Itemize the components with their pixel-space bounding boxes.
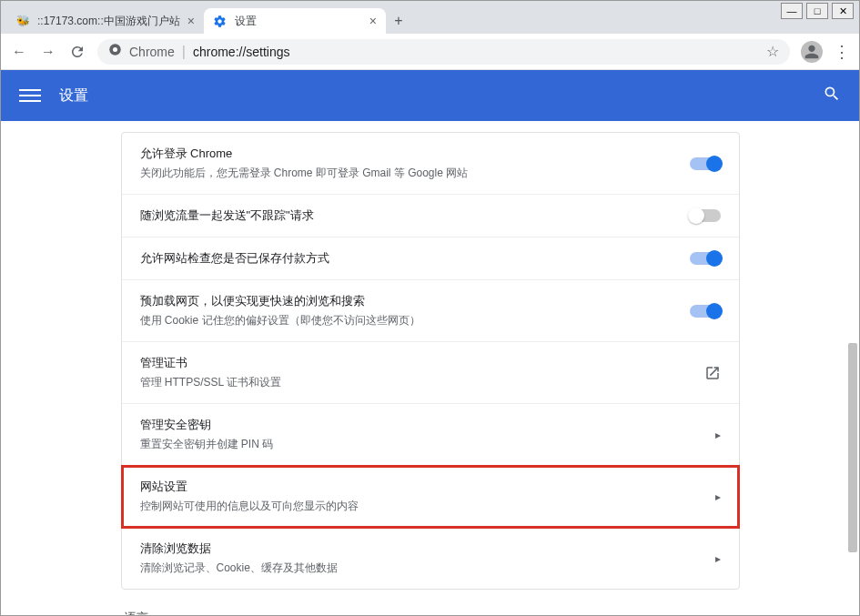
row-title: 管理证书 [140, 355, 704, 371]
row-subtitle: 关闭此功能后，您无需登录 Chrome 即可登录 Gmail 等 Google … [140, 166, 690, 181]
chrome-icon [108, 43, 122, 60]
back-button[interactable]: ← [10, 43, 28, 61]
new-tab-button[interactable]: + [386, 8, 411, 34]
row-subtitle: 管理 HTTPS/SSL 证书和设置 [140, 375, 704, 390]
tab-title: 设置 [235, 14, 362, 29]
url-protocol: Chrome [129, 45, 175, 59]
favicon-17173-icon: 🐝 [15, 14, 30, 28]
toggle-preload[interactable] [690, 305, 721, 318]
browser-tab[interactable]: 🐝 ::17173.com::中国游戏门户站 × [6, 8, 204, 34]
setting-security-keys[interactable]: 管理安全密钥 重置安全密钥并创建 PIN 码 ▸ [122, 404, 739, 466]
address-bar[interactable]: Chrome | chrome://settings ☆ [97, 39, 790, 65]
url-text: chrome://settings [193, 45, 759, 59]
setting-payment-check: 允许网站检查您是否已保存付款方式 [122, 237, 739, 280]
url-divider: | [182, 44, 186, 60]
toolbar: ← → Chrome | chrome://settings ☆ ⋮ [1, 34, 859, 70]
row-subtitle: 重置安全密钥并创建 PIN 码 [140, 437, 715, 452]
minimize-button[interactable]: — [781, 3, 803, 19]
settings-header: 设置 [1, 70, 859, 121]
bookmark-star-icon[interactable]: ☆ [766, 43, 779, 60]
row-title: 管理安全密钥 [140, 417, 715, 433]
window-controls: — □ ✕ [781, 3, 854, 19]
close-tab-icon[interactable]: × [187, 14, 195, 28]
search-icon[interactable] [823, 85, 841, 106]
content-area: 设置 允许登录 Chrome 关闭此功能后，您无需登录 Chrome 即可登录 … [1, 70, 859, 615]
close-window-button[interactable]: ✕ [832, 3, 854, 19]
row-title: 预加载网页，以便实现更快速的浏览和搜索 [140, 293, 690, 309]
page-title: 设置 [59, 86, 823, 106]
profile-avatar[interactable] [801, 41, 823, 63]
row-subtitle: 清除浏览记录、Cookie、缓存及其他数据 [140, 560, 715, 576]
row-title: 允许网站检查您是否已保存付款方式 [140, 250, 690, 267]
chevron-right-icon: ▸ [715, 552, 721, 565]
forward-button[interactable]: → [39, 43, 57, 61]
row-title: 网站设置 [140, 479, 715, 495]
scrollbar-thumb[interactable] [848, 343, 857, 552]
setting-site-settings[interactable]: 网站设置 控制网站可使用的信息以及可向您显示的内容 ▸ [122, 466, 739, 528]
menu-button[interactable]: ⋮ [834, 42, 850, 62]
tab-title: ::17173.com::中国游戏门户站 [37, 14, 180, 29]
setting-allow-chrome-signin: 允许登录 Chrome 关闭此功能后，您无需登录 Chrome 即可登录 Gma… [122, 133, 739, 195]
tab-strip: 🐝 ::17173.com::中国游戏门户站 × 设置 × + [1, 1, 859, 34]
setting-preload-pages: 预加载网页，以便实现更快速的浏览和搜索 使用 Cookie 记住您的偏好设置（即… [122, 280, 739, 342]
row-title: 允许登录 Chrome [140, 146, 690, 162]
menu-hamburger-icon[interactable] [19, 85, 41, 106]
row-title: 随浏览流量一起发送"不跟踪"请求 [140, 207, 690, 224]
maximize-button[interactable]: □ [806, 3, 828, 19]
settings-card: 允许登录 Chrome 关闭此功能后，您无需登录 Chrome 即可登录 Gma… [121, 132, 740, 590]
chevron-right-icon: ▸ [715, 429, 721, 441]
browser-tab-active[interactable]: 设置 × [204, 8, 386, 34]
svg-point-1 [113, 47, 117, 52]
row-title: 清除浏览数据 [140, 540, 715, 557]
settings-body: 允许登录 Chrome 关闭此功能后，您无需登录 Chrome 即可登录 Gma… [1, 121, 859, 615]
section-language-label: 语言 [125, 610, 740, 615]
close-tab-icon[interactable]: × [369, 14, 377, 28]
reload-button[interactable] [68, 43, 86, 61]
toggle-allow-signin[interactable] [690, 157, 721, 170]
setting-do-not-track: 随浏览流量一起发送"不跟踪"请求 [122, 195, 739, 237]
settings-favicon-icon [213, 14, 228, 28]
setting-clear-browsing-data[interactable]: 清除浏览数据 清除浏览记录、Cookie、缓存及其他数据 ▸ [122, 528, 739, 589]
external-link-icon [704, 365, 721, 381]
toggle-do-not-track[interactable] [690, 209, 721, 222]
settings-panel: 允许登录 Chrome 关闭此功能后，您无需登录 Chrome 即可登录 Gma… [121, 121, 740, 615]
row-subtitle: 控制网站可使用的信息以及可向您显示的内容 [140, 499, 715, 514]
row-subtitle: 使用 Cookie 记住您的偏好设置（即使您不访问这些网页） [140, 313, 690, 328]
toggle-payment-check[interactable] [690, 252, 721, 265]
chevron-right-icon: ▸ [715, 490, 721, 503]
setting-manage-certificates[interactable]: 管理证书 管理 HTTPS/SSL 证书和设置 [122, 342, 739, 404]
